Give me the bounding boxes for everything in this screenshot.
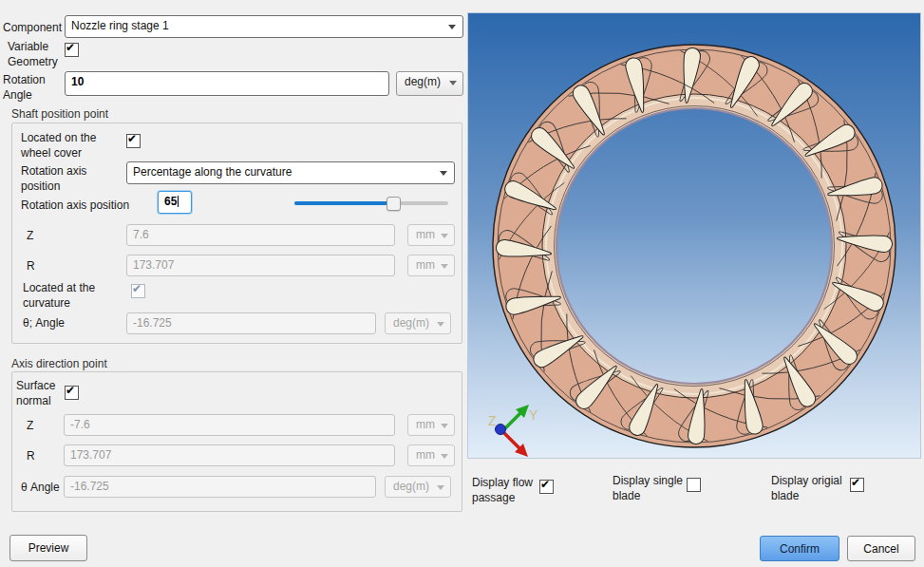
slider-fill <box>294 201 391 205</box>
shaft-r-label: R <box>27 258 35 274</box>
shaft-z-input: 7.6 <box>126 224 395 246</box>
rotation-angle-unit-select[interactable]: deg(m) <box>396 71 463 96</box>
axisdir-r-value: 173.707 <box>70 448 111 462</box>
located-curvature-checkbox <box>131 284 145 298</box>
shaft-z-unit-select: mm <box>407 224 455 246</box>
y-axis-label: Y <box>529 407 538 423</box>
nozzle-ring-scene: Y X Z <box>468 13 920 458</box>
component-select[interactable]: Nozzle ring stage 1 <box>65 15 463 38</box>
axisdir-group-title: Axis direction point <box>11 357 107 370</box>
preview-button[interactable]: Preview <box>9 535 87 561</box>
located-wheel-cover-checkbox[interactable] <box>126 134 141 148</box>
rotation-axis-position-slider[interactable] <box>294 196 448 211</box>
cancel-button[interactable]: Cancel <box>847 536 915 561</box>
x-axis-label: X <box>533 457 542 458</box>
rotation-axis-mode-value: Percentage along the curvature <box>133 165 292 179</box>
axisdir-r-input: 173.707 <box>64 444 395 466</box>
rotation-angle-input[interactable]: 10 <box>65 71 389 96</box>
chevron-down-icon <box>448 25 456 29</box>
shaft-theta-unit-select: deg(m) <box>385 312 451 334</box>
shaft-theta-unit-value: deg(m) <box>393 316 429 330</box>
shaft-group-title: Shaft position point <box>11 107 108 121</box>
display-flow-passage-label: Display flow passage <box>472 475 538 505</box>
rotation-axis-mode-select[interactable]: Percentage along the curvature <box>126 161 455 184</box>
chevron-down-icon <box>441 424 448 428</box>
shaft-z-label: Z <box>27 228 33 243</box>
axisdir-z-value: -7.6 <box>70 418 90 431</box>
rotation-axis-mode-label: Rotation axis position <box>21 163 104 194</box>
located-curvature-label: Located at the curvature <box>23 280 123 311</box>
ring-bore <box>556 108 832 384</box>
surface-normal-checkbox[interactable] <box>65 386 79 400</box>
axisdir-r-unit-value: mm <box>416 448 435 462</box>
shaft-z-unit-value: mm <box>416 228 435 241</box>
display-single-blade-checkbox[interactable] <box>687 478 701 492</box>
chevron-down-icon <box>441 264 448 269</box>
variable-geometry-label: Variable Geometry <box>8 39 57 69</box>
shaft-r-unit-value: mm <box>416 258 435 272</box>
axisdir-r-label: R <box>27 448 35 463</box>
display-single-blade-label: Display single blade <box>613 473 687 503</box>
variable-geometry-checkbox[interactable] <box>65 43 79 57</box>
shaft-theta-input: -16.725 <box>126 312 376 334</box>
located-wheel-cover-label: Located on the wheel cover <box>21 130 121 161</box>
shaft-theta-label: θ; Angle <box>23 315 65 331</box>
axisdir-theta-value: -16.725 <box>70 480 109 493</box>
text-caret <box>178 196 179 207</box>
display-original-blade-label: Display origial blade <box>771 473 847 503</box>
component-select-value: Nozzle ring stage 1 <box>71 19 169 32</box>
chevron-down-icon <box>441 234 448 238</box>
display-flow-passage-checkbox[interactable] <box>539 480 554 494</box>
z-axis-label: Z <box>488 413 497 428</box>
rotation-angle-unit-value: deg(m) <box>405 75 441 88</box>
z-axis-dot-icon <box>496 425 506 435</box>
slider-thumb[interactable] <box>387 197 401 211</box>
shaft-r-value: 173.707 <box>133 258 174 272</box>
axisdir-theta-input: -16.725 <box>64 476 376 498</box>
rotation-axis-position-value: 65 <box>164 195 177 208</box>
chevron-down-icon <box>437 322 444 327</box>
axisdir-theta-label: θ Angle <box>21 480 60 495</box>
axisdir-z-input: -7.6 <box>64 414 395 436</box>
dialog-window: Component Nozzle ring stage 1 Variable G… <box>0 0 924 567</box>
confirm-button[interactable]: Confirm <box>760 536 839 561</box>
display-original-blade-checkbox[interactable] <box>850 478 864 492</box>
rotation-axis-position-input[interactable]: 65 <box>158 191 192 214</box>
shaft-r-unit-select: mm <box>407 255 455 276</box>
axisdir-z-unit-select: mm <box>407 414 455 436</box>
surface-normal-label: Surface normal <box>16 378 64 408</box>
axisdir-theta-unit-value: deg(m) <box>393 480 429 493</box>
shaft-r-input: 173.707 <box>126 255 395 276</box>
rotation-axis-position-label: Rotation axis position <box>21 198 154 213</box>
rotation-angle-label: Rotation Angle <box>3 72 50 103</box>
shaft-z-value: 7.6 <box>133 228 149 241</box>
axisdir-r-unit-select: mm <box>407 444 455 466</box>
axisdir-z-unit-value: mm <box>416 418 435 431</box>
chevron-down-icon <box>437 485 444 490</box>
axisdir-z-label: Z <box>27 418 33 433</box>
rotation-angle-value: 10 <box>71 75 84 88</box>
chevron-down-icon <box>440 171 447 176</box>
shaft-theta-value: -16.725 <box>133 316 172 330</box>
component-label: Component <box>3 20 62 35</box>
chevron-down-icon <box>449 81 457 85</box>
chevron-down-icon <box>441 454 448 459</box>
viewport-3d[interactable]: Y X Z <box>467 12 921 459</box>
axisdir-theta-unit-select: deg(m) <box>385 476 451 498</box>
